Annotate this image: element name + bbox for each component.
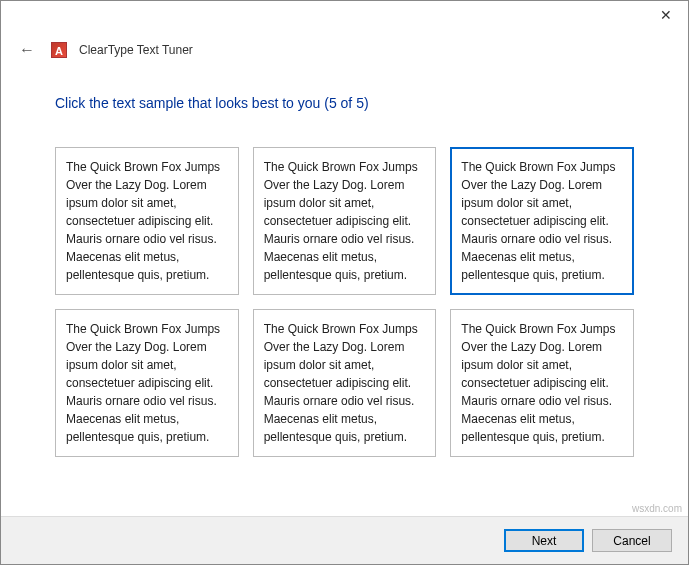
close-button[interactable]: ✕ <box>643 1 688 29</box>
cancel-button[interactable]: Cancel <box>592 529 672 552</box>
instruction-text: Click the text sample that looks best to… <box>55 95 634 111</box>
titlebar: ✕ <box>1 1 688 33</box>
footer: Next Cancel <box>1 516 688 564</box>
content-area: Click the text sample that looks best to… <box>1 71 688 457</box>
text-sample-1[interactable]: The Quick Brown Fox Jumps Over the Lazy … <box>55 147 239 295</box>
text-sample-6[interactable]: The Quick Brown Fox Jumps Over the Lazy … <box>450 309 634 457</box>
back-arrow-icon: ← <box>19 41 35 58</box>
text-sample-3[interactable]: The Quick Brown Fox Jumps Over the Lazy … <box>450 147 634 295</box>
app-title: ClearType Text Tuner <box>79 43 193 57</box>
text-sample-4[interactable]: The Quick Brown Fox Jumps Over the Lazy … <box>55 309 239 457</box>
app-icon: A <box>51 42 67 58</box>
back-button[interactable]: ← <box>15 39 39 61</box>
text-sample-5[interactable]: The Quick Brown Fox Jumps Over the Lazy … <box>253 309 437 457</box>
close-icon: ✕ <box>660 7 672 23</box>
header: ← A ClearType Text Tuner <box>1 33 688 71</box>
next-button[interactable]: Next <box>504 529 584 552</box>
sample-grid: The Quick Brown Fox Jumps Over the Lazy … <box>55 147 634 457</box>
watermark: wsxdn.com <box>632 503 682 514</box>
text-sample-2[interactable]: The Quick Brown Fox Jumps Over the Lazy … <box>253 147 437 295</box>
